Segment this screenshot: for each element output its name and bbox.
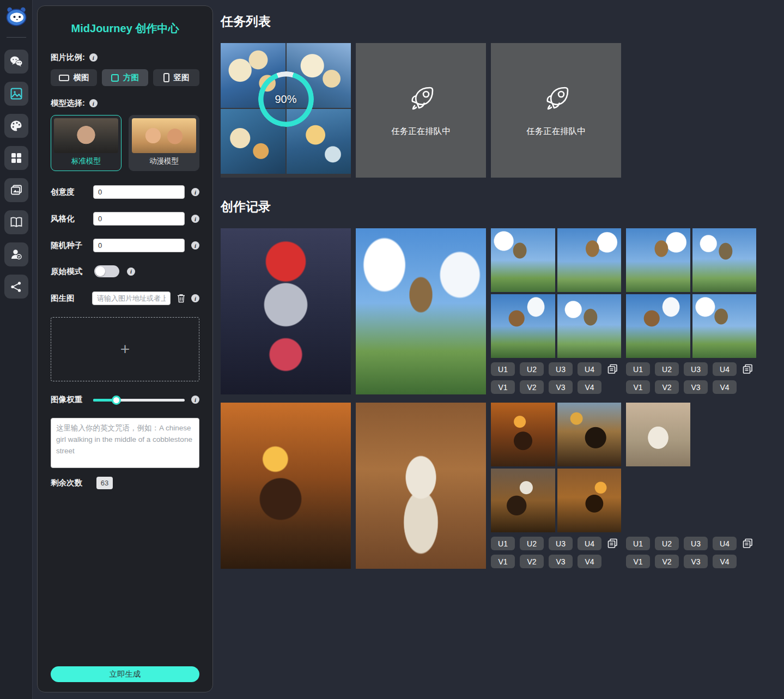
v2-button[interactable]: V2 [655, 555, 679, 568]
prompt-textarea[interactable] [51, 418, 199, 468]
grid-image[interactable] [692, 469, 757, 532]
grid-image[interactable] [626, 403, 690, 466]
info-icon[interactable] [191, 215, 199, 223]
sidebar-item-photos[interactable] [4, 178, 28, 202]
v4-button[interactable]: V4 [578, 555, 601, 568]
grid-image[interactable] [626, 228, 690, 292]
v1-button[interactable]: V1 [491, 555, 515, 568]
grid-image[interactable] [491, 469, 555, 532]
model-standard-card[interactable]: 标准模型 [51, 115, 121, 171]
v2-button[interactable]: V2 [520, 380, 544, 394]
image-upload-dropzone[interactable] [51, 317, 199, 381]
u3-button[interactable]: U3 [684, 362, 708, 376]
u3-button[interactable]: U3 [549, 362, 573, 376]
u3-button[interactable]: U3 [549, 537, 573, 550]
grid-image[interactable] [422, 577, 487, 641]
grid-image[interactable] [557, 294, 622, 358]
record-grid-floating-castles-a[interactable] [491, 228, 621, 358]
stylize-input[interactable] [93, 212, 185, 226]
grid-image[interactable] [557, 403, 622, 466]
u4-button[interactable]: U4 [713, 362, 737, 376]
grid-image[interactable] [491, 403, 555, 466]
grid-image[interactable] [491, 294, 555, 358]
record-image-fashion-white-outfit[interactable] [221, 577, 351, 699]
v4-button[interactable]: V4 [578, 380, 601, 394]
record-image-white-kitten[interactable] [626, 577, 756, 699]
v4-button[interactable]: V4 [713, 380, 737, 394]
record-grid-floating-castles-b[interactable] [626, 228, 756, 358]
info-icon[interactable] [191, 294, 199, 302]
u2-button[interactable]: U2 [520, 537, 544, 550]
copy-prompt-icon[interactable] [607, 364, 618, 374]
grid-image[interactable] [692, 228, 757, 292]
u2-button[interactable]: U2 [655, 362, 679, 376]
u4-button[interactable]: U4 [578, 362, 601, 376]
sidebar-item-wechat[interactable] [4, 50, 28, 74]
record-image-spiderman[interactable] [221, 228, 351, 394]
trash-icon[interactable] [176, 294, 186, 303]
u4-button[interactable]: U4 [578, 537, 601, 550]
sidebar-item-palette[interactable] [4, 114, 28, 138]
aspect-landscape-button[interactable]: 横图 [51, 69, 97, 86]
v1-button[interactable]: V1 [491, 380, 515, 394]
grid-image[interactable] [356, 643, 420, 699]
info-icon[interactable] [89, 99, 98, 107]
copy-prompt-icon[interactable] [743, 538, 753, 549]
grid-image[interactable] [626, 294, 690, 358]
u1-button[interactable]: U1 [626, 362, 650, 376]
grid-image[interactable] [356, 577, 420, 641]
record-image-black-cat[interactable] [491, 577, 621, 699]
img2img-url-input[interactable] [92, 291, 171, 305]
info-icon[interactable] [191, 241, 199, 250]
record-grid-fashion[interactable] [626, 403, 756, 532]
u2-button[interactable]: U2 [655, 537, 679, 550]
info-icon[interactable] [89, 53, 98, 62]
aspect-square-button[interactable]: 方图 [102, 69, 148, 86]
record-grid-motorcycles[interactable] [491, 403, 621, 532]
v3-button[interactable]: V3 [684, 380, 708, 394]
u1-button[interactable]: U1 [491, 537, 515, 550]
v1-button[interactable]: V1 [626, 555, 650, 568]
record-grid-fashion-collage[interactable] [356, 577, 486, 699]
grid-image[interactable] [491, 228, 555, 292]
u1-button[interactable]: U1 [491, 362, 515, 376]
model-anime-card[interactable]: 动漫模型 [129, 115, 199, 171]
generate-button[interactable]: 立即生成 [51, 666, 199, 682]
seed-input[interactable] [93, 239, 185, 252]
record-image-castle[interactable] [356, 228, 486, 394]
v2-button[interactable]: V2 [655, 380, 679, 394]
sidebar-item-apps[interactable] [4, 146, 28, 170]
creativity-input[interactable] [93, 185, 185, 199]
sidebar-item-share[interactable] [4, 275, 28, 299]
u4-button[interactable]: U4 [713, 537, 737, 550]
v3-button[interactable]: V3 [549, 555, 573, 568]
image-weight-slider[interactable] [93, 396, 185, 404]
u3-button[interactable]: U3 [684, 537, 708, 550]
sidebar-item-gallery[interactable] [4, 82, 28, 106]
v3-button[interactable]: V3 [549, 380, 573, 394]
grid-image[interactable] [557, 469, 622, 532]
v3-button[interactable]: V3 [684, 555, 708, 568]
grid-image[interactable] [626, 469, 690, 532]
record-image-fashion-walk[interactable] [356, 403, 486, 569]
grid-image[interactable] [692, 294, 757, 358]
raw-mode-toggle[interactable] [94, 265, 119, 277]
grid-image[interactable] [557, 228, 622, 292]
info-icon[interactable] [127, 268, 135, 276]
info-icon[interactable] [191, 396, 199, 404]
u2-button[interactable]: U2 [520, 362, 544, 376]
aspect-portrait-button[interactable]: 竖图 [153, 69, 199, 86]
copy-prompt-icon[interactable] [607, 538, 618, 549]
sidebar-item-member[interactable] [4, 242, 28, 266]
grid-image[interactable] [422, 643, 487, 699]
grid-image[interactable] [692, 403, 757, 466]
slider-thumb[interactable] [112, 396, 121, 405]
sidebar-item-book[interactable] [4, 210, 28, 234]
v2-button[interactable]: V2 [520, 555, 544, 568]
u1-button[interactable]: U1 [626, 537, 650, 550]
v1-button[interactable]: V1 [626, 380, 650, 394]
record-image-motorcycle-sunset[interactable] [221, 403, 351, 569]
info-icon[interactable] [191, 188, 199, 196]
v4-button[interactable]: V4 [713, 555, 737, 568]
copy-prompt-icon[interactable] [743, 364, 753, 374]
